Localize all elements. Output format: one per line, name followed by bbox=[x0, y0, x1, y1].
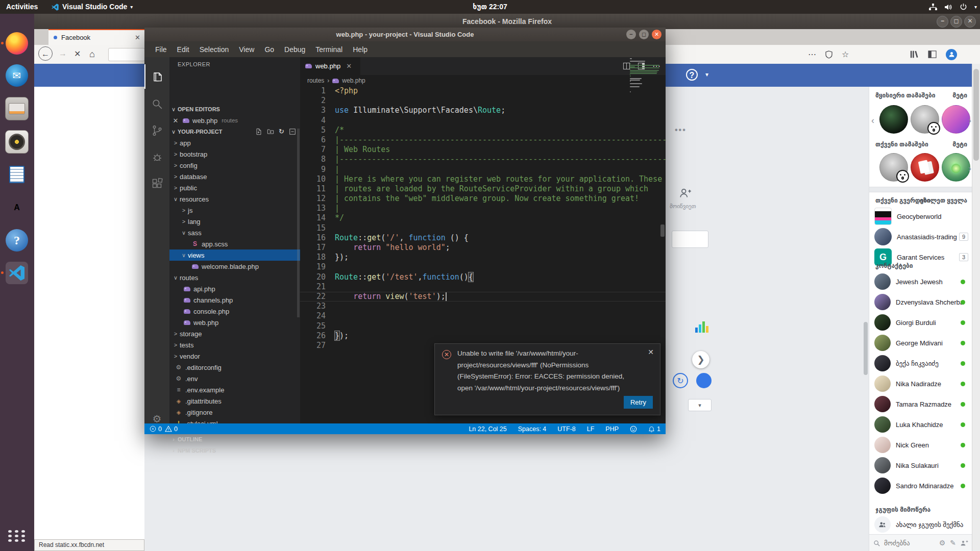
extensions-icon[interactable] bbox=[144, 171, 169, 196]
firefox-titlebar[interactable]: Facebook - Mozilla Firefox − ◻ ✕ bbox=[34, 14, 980, 29]
contact-giorgi-burduli[interactable]: Giorgi Burduli bbox=[869, 312, 972, 333]
add-people-icon[interactable] bbox=[961, 540, 968, 546]
open-changes-icon[interactable] bbox=[623, 62, 630, 70]
tree-item-config[interactable]: >config bbox=[169, 160, 300, 171]
problems-errors[interactable]: 0 bbox=[150, 425, 162, 433]
new-message-icon[interactable]: ✎ bbox=[950, 539, 956, 547]
status-item-ln-22-col-25[interactable]: Ln 22, Col 25 bbox=[469, 425, 506, 433]
contact-nika-nadiradze[interactable]: Nika Nadiradze bbox=[869, 373, 972, 394]
window-scrollbar[interactable] bbox=[972, 64, 980, 551]
chevron-down-icon[interactable]: ▾ bbox=[974, 4, 977, 10]
tree-item-.gitattributes[interactable]: ◈.gitattributes bbox=[169, 395, 300, 407]
menu-go[interactable]: Go bbox=[260, 43, 279, 56]
clock[interactable]: ხუთ 22:07 bbox=[0, 0, 980, 14]
back-button[interactable]: ← bbox=[38, 46, 53, 61]
tree-item-public[interactable]: >public bbox=[169, 182, 300, 193]
tree-item-js[interactable]: >js bbox=[169, 205, 300, 216]
split-editor-icon[interactable] bbox=[638, 62, 645, 70]
forward-button[interactable]: → bbox=[59, 49, 67, 58]
contact-dzvenyslava-shcherba[interactable]: Dzvenyslava Shcherba bbox=[869, 292, 972, 312]
tree-item-welcome.blade.php[interactable]: welcome.blade.php bbox=[169, 261, 300, 272]
dropdown-box[interactable]: ▾ bbox=[688, 399, 712, 411]
new-folder-icon[interactable] bbox=[267, 128, 274, 135]
dock-item-thunderbird[interactable]: ✉ bbox=[5, 63, 29, 88]
maximize-button[interactable]: ◻ bbox=[639, 30, 649, 39]
widget-menu-icon[interactable]: ••• bbox=[675, 126, 687, 135]
page-item-geocyberworld[interactable]: Geocyberworld bbox=[869, 206, 972, 227]
open-editor-item[interactable]: ✕ web.php routes bbox=[169, 115, 300, 126]
tab-facebook[interactable]: Facebook ✕ bbox=[48, 29, 145, 45]
menu-help[interactable]: Help bbox=[348, 43, 372, 56]
feedback-smiley-icon[interactable] bbox=[630, 425, 637, 433]
status-item-utf-8[interactable]: UTF-8 bbox=[557, 425, 575, 433]
home-button[interactable]: ⌂ bbox=[89, 49, 95, 60]
game-avatar-pink[interactable] bbox=[942, 105, 970, 134]
messenger-bubble-icon[interactable] bbox=[696, 373, 712, 388]
power-icon[interactable] bbox=[960, 3, 967, 11]
source-control-icon[interactable] bbox=[144, 118, 169, 143]
close-icon[interactable]: ✕ bbox=[169, 117, 182, 124]
stop-button[interactable]: ✕ bbox=[74, 49, 81, 59]
dock-item-ubuntu-software[interactable]: A bbox=[5, 195, 29, 220]
menu-file[interactable]: File bbox=[151, 43, 172, 56]
bookmark-star-icon[interactable]: ☆ bbox=[842, 49, 849, 59]
explorer-icon[interactable] bbox=[144, 64, 169, 89]
contact-nika-sulakauri[interactable]: Nika Sulakauri bbox=[869, 455, 972, 475]
tree-item-app[interactable]: >app bbox=[169, 137, 300, 148]
dock-item-rhythmbox[interactable] bbox=[5, 130, 29, 154]
menu-selection[interactable]: Selection bbox=[195, 43, 234, 56]
dock-item-help[interactable]: ? bbox=[5, 228, 29, 253]
tree-item-resources[interactable]: ∨resources bbox=[169, 193, 300, 205]
contact-ბექა-ჩიკვაიძე[interactable]: ბექა ჩიკვაიძე bbox=[869, 353, 972, 373]
menu-edit[interactable]: Edit bbox=[173, 43, 194, 56]
sidebar-scrollbar[interactable] bbox=[297, 129, 300, 317]
instant-games-more-link[interactable]: მეტი bbox=[952, 92, 967, 99]
account-chevron-icon[interactable]: ▾ bbox=[705, 71, 708, 78]
settings-gear-icon[interactable]: ⚙ bbox=[939, 539, 946, 547]
tree-item-.editorconfig[interactable]: ⚙.editorconfig bbox=[169, 362, 300, 373]
contact-luka-khachidze[interactable]: Luka Khachidze bbox=[869, 414, 972, 435]
tree-item-.env.example[interactable]: ≡.env.example bbox=[169, 384, 300, 395]
dock-item-vscode[interactable] bbox=[5, 261, 29, 285]
contact-george-mdivani[interactable]: George Mdivani bbox=[869, 333, 972, 353]
account-avatar-icon[interactable] bbox=[946, 49, 957, 60]
help-button[interactable]: ? bbox=[686, 69, 698, 81]
game-avatar-dark[interactable] bbox=[879, 105, 908, 134]
volume-icon[interactable] bbox=[944, 4, 952, 11]
tree-item-lang[interactable]: >lang bbox=[169, 216, 300, 227]
network-icon[interactable] bbox=[929, 4, 937, 11]
invite-friends-icon[interactable] bbox=[679, 187, 692, 200]
minimize-button[interactable]: − bbox=[937, 16, 948, 28]
shield-icon[interactable] bbox=[825, 51, 832, 59]
debug-icon[interactable] bbox=[144, 145, 169, 169]
menu-debug[interactable]: Debug bbox=[280, 43, 310, 56]
scrollbar-thumb[interactable] bbox=[973, 69, 979, 161]
notification-close-icon[interactable]: ✕ bbox=[648, 348, 654, 356]
minimize-button[interactable]: − bbox=[626, 30, 636, 39]
search-icon[interactable] bbox=[144, 91, 169, 116]
refresh-icon[interactable]: ↻ bbox=[673, 373, 688, 388]
status-item-php[interactable]: PHP bbox=[605, 425, 619, 433]
tree-item-sass[interactable]: ∨sass bbox=[169, 227, 300, 238]
dock-item-files[interactable] bbox=[5, 96, 29, 121]
dock-item-firefox[interactable] bbox=[5, 31, 29, 56]
tree-item-routes[interactable]: ∨routes bbox=[169, 272, 300, 283]
tree-item-channels.php[interactable]: channels.php bbox=[169, 294, 300, 306]
retry-button[interactable]: Retry bbox=[624, 396, 653, 409]
notifications-bell[interactable]: 1 bbox=[648, 425, 660, 433]
section-npm-scripts[interactable]: ›NPM SCRIPTS bbox=[169, 445, 300, 456]
tree-item-api.php[interactable]: api.php bbox=[169, 283, 300, 294]
tree-item-views[interactable]: ∨views bbox=[169, 249, 300, 261]
game-avatar-baby[interactable] bbox=[879, 153, 908, 182]
maximize-button[interactable]: ◻ bbox=[950, 16, 962, 28]
library-icon[interactable] bbox=[910, 50, 919, 59]
games-right-chevron-icon[interactable]: › bbox=[968, 115, 971, 126]
status-item-lf[interactable]: LF bbox=[587, 425, 595, 433]
contact-nick-green[interactable]: Nick Green bbox=[869, 435, 972, 455]
tree-item-tests[interactable]: >tests bbox=[169, 339, 300, 350]
contact-tamara-razmadze[interactable]: Tamara Razmadze bbox=[869, 394, 972, 414]
scroll-right-chevron-icon[interactable]: ❯ bbox=[692, 351, 709, 368]
tree-item-database[interactable]: >database bbox=[169, 171, 300, 182]
sidebar-search-input[interactable] bbox=[883, 539, 931, 547]
breadcrumb-file[interactable]: web.php bbox=[342, 77, 365, 84]
